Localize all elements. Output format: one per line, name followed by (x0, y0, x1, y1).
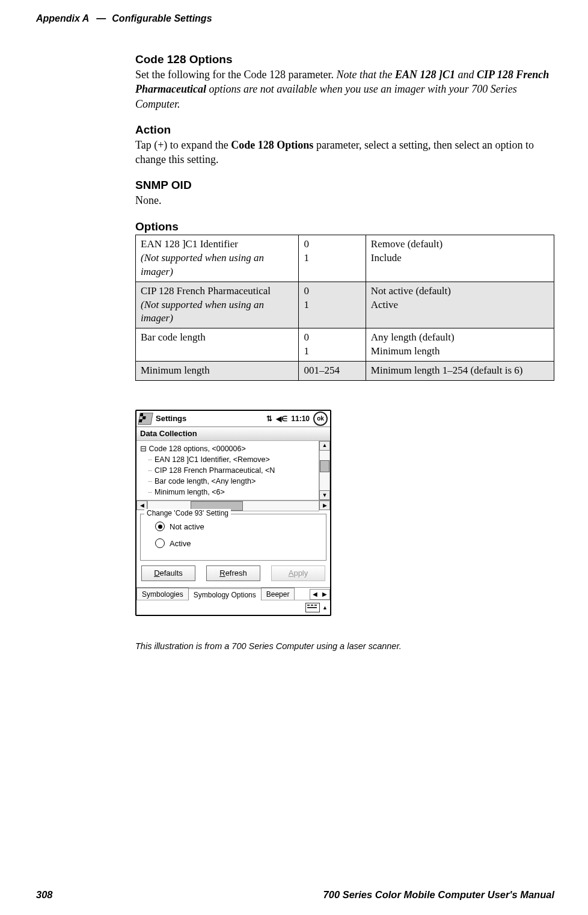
scroll-up-icon[interactable]: ▲ (319, 441, 330, 451)
radio-label: Not active (170, 522, 204, 532)
pda-bottombar: ▲ (136, 600, 330, 615)
footer-manual-title: 700 Series Color Mobile Computer User's … (323, 889, 554, 901)
tree-leaf-label: Minimum length, <6> (155, 488, 225, 496)
pda-illustration: Settings ⇅ ◀∈ 11:10 ok Data Collection C… (135, 410, 331, 616)
action-text: Tap (+) to expand the Code 128 Options p… (135, 138, 554, 167)
section-heading-code128: Code 128 Options (135, 53, 554, 66)
refresh-rest: efresh (225, 568, 247, 578)
tree-leaf[interactable]: EAN 128 ]C1 Identifier, <Remove> (149, 454, 316, 465)
table-row: EAN 128 ]C1 Identifier (Not supported wh… (136, 235, 554, 282)
opt-name: EAN 128 ]C1 Identifier (Not supported wh… (136, 235, 299, 282)
apply-rest: pply (293, 568, 308, 578)
section-heading-options: Options (135, 220, 554, 233)
speaker-icon[interactable]: ◀∈ (276, 414, 287, 423)
opt-name: Minimum length (136, 362, 299, 381)
table-row: CIP 128 French Pharmaceutical (Not suppo… (136, 282, 554, 328)
pda-title: Settings (156, 414, 266, 424)
header-appendix: Appendix A (36, 13, 89, 24)
scroll-track[interactable] (319, 451, 330, 491)
opt-name: Bar code length (136, 328, 299, 362)
ok-label: ok (317, 415, 324, 422)
radio-not-active[interactable]: Not active (155, 522, 321, 531)
chevron-left-icon[interactable]: ◀ (310, 590, 320, 599)
opt-desc: Remove (default) Include (366, 235, 554, 282)
ok-button[interactable]: ok (313, 411, 328, 426)
vertical-scrollbar[interactable]: ▲ ▼ (319, 441, 330, 501)
tree-leaf[interactable]: CIP 128 French Pharmaceutical, <N (149, 465, 316, 476)
content-area: Code 128 Options Set the following for t… (135, 53, 554, 651)
tab-symbology-options[interactable]: Symbology Options (188, 588, 262, 600)
pda-titlebar: Settings ⇅ ◀∈ 11:10 ok (136, 411, 330, 427)
group-legend: Change 'Code 93' Setting (144, 509, 231, 517)
opt-name-l1: CIP 128 French Pharmaceutical (141, 285, 271, 297)
tree-root[interactable]: Code 128 options, <000006> (140, 443, 316, 454)
tab-symbologies[interactable]: Symbologies (136, 588, 189, 600)
intro-italic-pre: Note that the (336, 69, 395, 81)
action-text-pre: Tap (+) to expand the (135, 139, 231, 151)
keyboard-icon[interactable] (305, 603, 320, 612)
apply-button: Apply (271, 565, 325, 581)
table-row: Bar code length 0 1 Any length (default)… (136, 328, 554, 362)
intro-plain: Set the following for the Code 128 param… (135, 69, 336, 81)
radio-active[interactable]: Active (155, 538, 321, 548)
section-heading-snmp: SNMP OID (135, 179, 554, 192)
chevron-up-icon[interactable]: ▲ (322, 605, 328, 611)
tree-leaf[interactable]: Bar code length, <Any length> (149, 476, 316, 487)
opt-name-l2: (Not supported when using an imager) (141, 299, 264, 324)
opt-name: CIP 128 French Pharmaceutical (Not suppo… (136, 282, 299, 328)
header-title: Configurable Settings (112, 13, 212, 24)
tree-leaf-label: CIP 128 French Pharmaceutical, <N (155, 466, 275, 475)
change-setting-group: Change 'Code 93' Setting Not active Acti… (140, 514, 326, 561)
opt-codes: 0 1 (299, 282, 366, 328)
tab-beeper[interactable]: Beeper (261, 588, 295, 600)
tree-wrap: Code 128 options, <000006> EAN 128 ]C1 I… (136, 441, 330, 501)
button-row: Defaults Refresh Apply (136, 565, 330, 587)
radio-icon (155, 538, 165, 548)
start-icon[interactable] (138, 413, 153, 425)
scroll-down-icon[interactable]: ▼ (319, 490, 330, 500)
radio-icon (155, 522, 165, 531)
header-dash: — (96, 13, 106, 24)
signal-icon: ⇅ (266, 414, 272, 423)
tab-strip: Symbologies Symbology Options Beeper ◀▶ (136, 587, 330, 600)
snmp-text: None. (135, 193, 554, 208)
opt-name-l2: (Not supported when using an imager) (141, 252, 264, 277)
tab-spinner[interactable]: ◀▶ (310, 589, 330, 600)
chevron-right-icon[interactable]: ▶ (320, 590, 329, 599)
scroll-right-icon[interactable]: ▶ (319, 501, 330, 510)
opt-desc: Any length (default) Minimum length (366, 328, 554, 362)
opt-codes: 0 1 (299, 328, 366, 362)
opt-name-l1: EAN 128 ]C1 Identifier (141, 238, 238, 250)
radio-label: Active (170, 539, 191, 549)
pda-titlebar-right: ⇅ ◀∈ 11:10 ok (266, 411, 328, 426)
defaults-rest: efaults (160, 568, 183, 578)
section-intro: Set the following for the Code 128 param… (135, 67, 554, 111)
illustration-caption: This illustration is from a 700 Series C… (135, 641, 554, 651)
pda-body: Code 128 options, <000006> EAN 128 ]C1 I… (136, 441, 330, 615)
refresh-button[interactable]: Refresh (206, 565, 260, 581)
options-table: EAN 128 ]C1 Identifier (Not supported wh… (135, 235, 554, 381)
tree-view[interactable]: Code 128 options, <000006> EAN 128 ]C1 I… (136, 441, 319, 501)
footer-page-number: 308 (36, 889, 53, 901)
scroll-thumb[interactable] (320, 460, 329, 472)
action-text-bold: Code 128 Options (231, 139, 313, 151)
opt-codes: 0 1 (299, 235, 366, 282)
running-header: Appendix A — Configurable Settings (36, 13, 554, 24)
defaults-button[interactable]: Defaults (141, 565, 195, 581)
opt-desc: Not active (default) Active (366, 282, 554, 328)
opt-desc: Minimum length 1–254 (default is 6) (366, 362, 554, 381)
table-row: Minimum length 001–254 Minimum length 1–… (136, 362, 554, 381)
tree-leaf-label: EAN 128 ]C1 Identifier, <Remove> (155, 455, 270, 464)
section-heading-action: Action (135, 123, 554, 137)
tree-leaf[interactable]: Minimum length, <6> (149, 487, 316, 498)
running-footer: 308 700 Series Color Mobile Computer Use… (36, 889, 554, 901)
page: Appendix A — Configurable Settings Code … (0, 0, 588, 915)
tree-leaf-label: Bar code length, <Any length> (155, 477, 256, 485)
intro-italic-mid: and (455, 69, 477, 81)
intro-italic-b1: EAN 128 ]C1 (395, 69, 455, 81)
tree-root-label: Code 128 options, <000006> (149, 445, 245, 453)
pda-subtitle: Data Collection (136, 427, 330, 441)
opt-codes: 001–254 (299, 362, 366, 381)
pda-clock: 11:10 (291, 414, 310, 423)
